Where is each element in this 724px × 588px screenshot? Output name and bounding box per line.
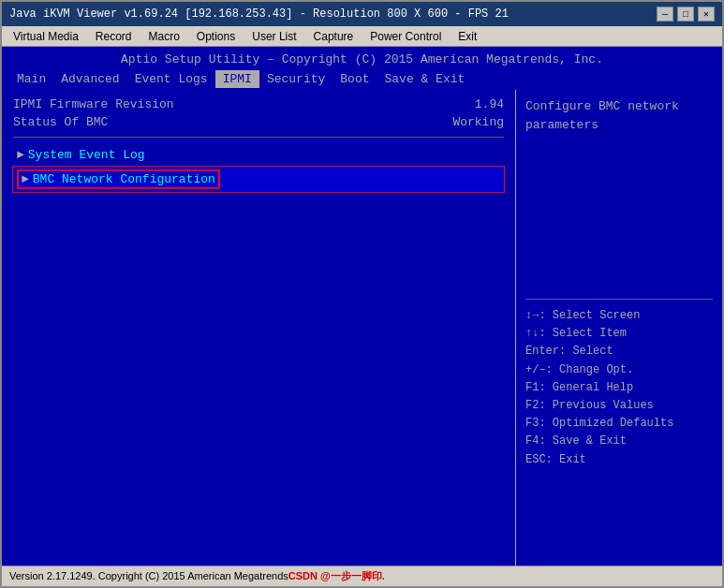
bios-right-panel: Configure BMC networkparameters ↕→: Sele… <box>516 90 722 566</box>
bios-nav-main[interactable]: Main <box>9 70 53 88</box>
key-f2-prev: F2: Previous Values <box>525 397 713 415</box>
maximize-button[interactable]: □ <box>677 7 694 22</box>
title-bar-controls: — □ ✕ <box>657 7 715 22</box>
system-event-log-item[interactable]: ► System Event Log <box>13 145 504 165</box>
system-event-log-label: System Event Log <box>28 148 145 162</box>
bios-divider <box>13 137 504 138</box>
bios-nav-security[interactable]: Security <box>259 70 332 88</box>
menu-exit[interactable]: Exit <box>451 28 484 45</box>
menu-bar: Virtual Media Record Macro Options User … <box>2 26 722 47</box>
key-enter-select: Enter: Select <box>525 343 713 360</box>
menu-record[interactable]: Record <box>88 28 140 45</box>
ipmi-firmware-value: 1.94 <box>475 97 504 111</box>
close-button[interactable]: ✕ <box>698 7 715 22</box>
key-select-screen: ↕→: Select Screen <box>525 307 713 325</box>
bmc-network-config-arrow: ► <box>22 172 29 186</box>
menu-virtual-media[interactable]: Virtual Media <box>6 28 86 45</box>
bios-header: Aptio Setup Utility – Copyright (C) 2015… <box>2 47 722 70</box>
key-f1-help: F1: General Help <box>525 379 713 397</box>
system-event-log-arrow: ► <box>17 148 24 162</box>
bmc-status-label: Status Of BMC <box>13 115 108 129</box>
menu-options[interactable]: Options <box>189 28 243 45</box>
key-select-item: ↑↓: Select Item <box>525 325 713 343</box>
bios-left-panel: IPMI Firmware Revision 1.94 Status Of BM… <box>2 90 516 566</box>
status-text: Version 2.17.1249. Copyright (C) 2015 Am… <box>9 570 288 581</box>
menu-user-list[interactable]: User List <box>244 28 303 45</box>
bmc-status-row: Status Of BMC Working <box>13 115 504 129</box>
title-bar: Java iKVM Viewer v1.69.24 [192.168.253.4… <box>2 2 722 26</box>
bios-nav-advanced[interactable]: Advanced <box>53 70 126 88</box>
menu-macro[interactable]: Macro <box>141 28 187 45</box>
bios-nav: Main Advanced Event Logs IPMI Security B… <box>2 70 722 88</box>
bios-key-help: ↕→: Select Screen ↑↓: Select Item Enter:… <box>525 307 713 469</box>
bios-help-text: Configure BMC networkparameters <box>525 97 713 134</box>
bios-right-divider <box>525 299 713 300</box>
bios-header-text: Aptio Setup Utility – Copyright (C) 2015… <box>121 52 603 66</box>
bmc-network-config-label: BMC Network Configuration <box>33 172 215 186</box>
bmc-network-config-item[interactable]: ► BMC Network Configuration <box>13 167 504 192</box>
menu-power-control[interactable]: Power Control <box>362 28 449 45</box>
status-bar-text: Version 2.17.1249. Copyright (C) 2015 Am… <box>9 569 715 583</box>
key-f3-defaults: F3: Optimized Defaults <box>525 415 713 433</box>
bios-nav-event-logs[interactable]: Event Logs <box>127 70 215 88</box>
menu-capture[interactable]: Capture <box>306 28 362 45</box>
bios-nav-save-exit[interactable]: Save & Exit <box>377 70 473 88</box>
ipmi-firmware-row: IPMI Firmware Revision 1.94 <box>13 97 504 111</box>
window-title: Java iKVM Viewer v1.69.24 [192.168.253.4… <box>9 7 509 21</box>
key-f4-save: F4: Save & Exit <box>525 433 713 450</box>
key-change-opt: +/–: Change Opt. <box>525 361 713 379</box>
bios-nav-ipmi[interactable]: IPMI <box>215 70 259 88</box>
main-window: Java iKVM Viewer v1.69.24 [192.168.253.4… <box>0 0 724 588</box>
bios-container: Aptio Setup Utility – Copyright (C) 2015… <box>2 47 722 566</box>
bios-nav-boot[interactable]: Boot <box>332 70 377 88</box>
ipmi-firmware-label: IPMI Firmware Revision <box>13 97 174 111</box>
status-brand: CSDN @一步一脚印. <box>288 570 385 581</box>
bmc-status-value: Working <box>452 115 504 129</box>
bios-content: IPMI Firmware Revision 1.94 Status Of BM… <box>2 90 722 566</box>
key-esc-exit: ESC: Exit <box>525 451 713 469</box>
minimize-button[interactable]: — <box>657 7 673 22</box>
status-bar: Version 2.17.1249. Copyright (C) 2015 Am… <box>2 566 722 586</box>
